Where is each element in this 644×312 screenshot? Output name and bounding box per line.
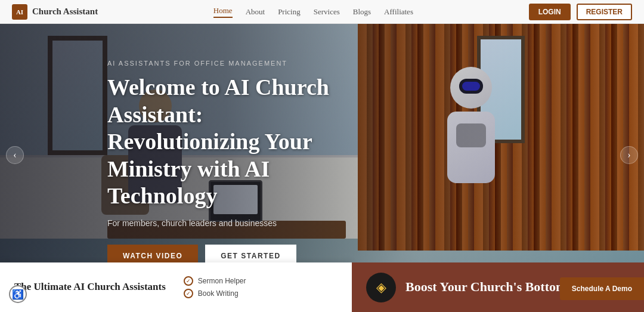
- features-list: ✓ Sermon Helper ✓ Book Writing: [184, 276, 246, 298]
- hero-subtitle: AI Assistants for Office Management: [107, 60, 358, 67]
- boost-icon-circle: ◈: [366, 273, 396, 302]
- schedule-demo-button[interactable]: Schedule A Demo: [560, 277, 644, 300]
- hero-content: AI Assistants for Office Management Welc…: [107, 60, 358, 267]
- header-buttons: LOGIN REGISTER: [529, 4, 632, 20]
- carousel-next-button[interactable]: ›: [620, 146, 638, 164]
- feature-check-sermon: ✓: [184, 276, 193, 286]
- feature-item-book: ✓ Book Writing: [184, 289, 246, 298]
- bottom-section: The Ultimate AI Church Assistants ✓ Serm…: [0, 262, 644, 312]
- feature-label-sermon: Sermon Helper: [198, 277, 246, 285]
- nav-home[interactable]: Home: [213, 6, 233, 18]
- white-card-title: The Ultimate AI Church Assistants: [14, 280, 166, 294]
- nav-pricing[interactable]: Pricing: [278, 7, 301, 17]
- login-button[interactable]: LOGIN: [529, 4, 571, 20]
- feature-check-book: ✓: [184, 289, 193, 298]
- boost-icon: ◈: [376, 280, 386, 295]
- register-button[interactable]: REGISTER: [577, 4, 632, 20]
- hero-title: Welcome to AI Church Assistant: Revoluti…: [107, 74, 358, 210]
- accessibility-icon: ♿: [12, 289, 24, 300]
- carousel-prev-button[interactable]: ‹: [6, 146, 24, 164]
- nav-affiliates[interactable]: Affiliates: [384, 7, 413, 17]
- boost-text: Boost Your Church's Bottom: [405, 279, 566, 295]
- accessibility-button[interactable]: ♿: [9, 285, 27, 303]
- brand-name: Church Assistant: [32, 7, 98, 17]
- logo-area: AI Church Assistant: [12, 4, 98, 20]
- logo-box: AI: [12, 4, 27, 20]
- nav-blogs[interactable]: Blogs: [353, 7, 371, 17]
- site-header: AI Church Assistant Home About Pricing S…: [0, 0, 644, 24]
- hero-description: For members, church leaders and business…: [107, 218, 358, 228]
- feature-item-sermon: ✓ Sermon Helper: [184, 276, 246, 286]
- white-card: The Ultimate AI Church Assistants ✓ Serm…: [0, 262, 352, 312]
- nav-about[interactable]: About: [246, 7, 265, 17]
- logo-icon-text: AI: [16, 8, 23, 16]
- feature-label-book: Book Writing: [198, 289, 239, 298]
- main-nav: Home About Pricing Services Blogs Affili…: [213, 6, 413, 18]
- hero-section: AI Assistants for Office Management Welc…: [0, 24, 644, 286]
- nav-services[interactable]: Services: [314, 7, 340, 17]
